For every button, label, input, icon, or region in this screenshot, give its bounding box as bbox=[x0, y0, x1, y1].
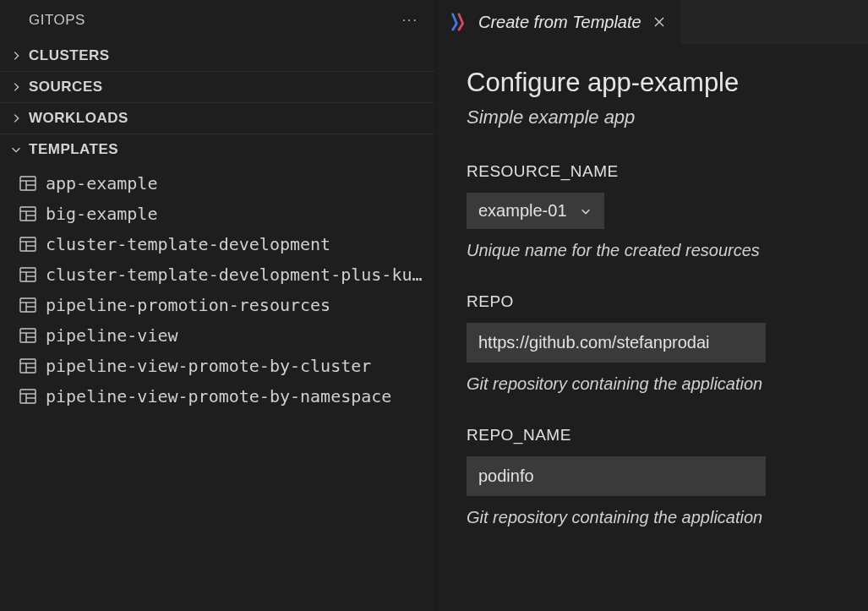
chevron-right-icon bbox=[8, 79, 24, 95]
section-header-workloads[interactable]: WORKLOADS bbox=[0, 103, 435, 134]
template-item-label: pipeline-promotion-resources bbox=[46, 295, 330, 315]
sidebar-title: GITOPS bbox=[29, 12, 85, 29]
field-resource-name: RESOURCE_NAME example-01 Unique name for… bbox=[467, 162, 838, 260]
repo-input[interactable] bbox=[467, 323, 766, 363]
chevron-right-icon bbox=[8, 48, 24, 63]
section-label: WORKLOADS bbox=[29, 110, 128, 127]
field-label: REPO_NAME bbox=[467, 426, 838, 445]
section-sources: SOURCES bbox=[0, 72, 435, 103]
panel: Create from Template Configure app-examp… bbox=[436, 0, 868, 611]
template-icon bbox=[19, 205, 37, 223]
page-title: Configure app-example bbox=[467, 68, 838, 98]
resource-name-select[interactable]: example-01 bbox=[467, 193, 604, 229]
svg-rect-8 bbox=[20, 237, 35, 251]
template-item[interactable]: pipeline-view-promote-by-namespace bbox=[0, 381, 435, 412]
chevron-down-icon bbox=[579, 205, 592, 218]
template-icon bbox=[19, 357, 37, 375]
template-icon bbox=[19, 296, 37, 314]
section-header-clusters[interactable]: CLUSTERS bbox=[0, 41, 435, 71]
template-item-label: big-example bbox=[46, 204, 157, 224]
svg-rect-24 bbox=[20, 359, 35, 373]
template-item[interactable]: cluster-template-development-plus-kub… bbox=[0, 259, 435, 290]
field-repo-name: REPO_NAME Git repository containing the … bbox=[467, 426, 838, 527]
field-help: Unique name for the created resources bbox=[467, 241, 838, 260]
template-item[interactable]: pipeline-promotion-resources bbox=[0, 290, 435, 320]
svg-rect-0 bbox=[20, 177, 35, 190]
section-label: CLUSTERS bbox=[29, 47, 110, 64]
chevron-right-icon bbox=[8, 111, 24, 126]
section-header-templates[interactable]: TEMPLATES bbox=[0, 134, 435, 165]
template-item[interactable]: app-example bbox=[0, 168, 435, 199]
sidebar-header: GITOPS ··· bbox=[0, 0, 435, 41]
field-help: Git repository containing the applicatio… bbox=[467, 374, 838, 394]
template-icon bbox=[19, 235, 37, 254]
template-icon bbox=[19, 265, 37, 284]
tab-bar: Create from Template bbox=[436, 0, 868, 44]
template-item-label: cluster-template-development-plus-kub… bbox=[46, 265, 427, 285]
field-help: Git repository containing the applicatio… bbox=[467, 508, 838, 527]
select-value: example-01 bbox=[478, 201, 567, 221]
section-label: SOURCES bbox=[29, 79, 103, 95]
svg-rect-28 bbox=[20, 390, 35, 403]
weave-logo-icon bbox=[450, 13, 468, 31]
page-subtitle: Simple example app bbox=[467, 106, 838, 128]
template-item-label: pipeline-view-promote-by-namespace bbox=[46, 386, 391, 406]
field-label: RESOURCE_NAME bbox=[467, 162, 838, 181]
template-icon bbox=[19, 387, 37, 406]
template-item[interactable]: big-example bbox=[0, 199, 435, 229]
panel-content: Configure app-example Simple example app… bbox=[436, 44, 868, 583]
template-item-label: pipeline-view-promote-by-cluster bbox=[46, 356, 371, 376]
svg-rect-12 bbox=[20, 268, 35, 281]
field-label: REPO bbox=[467, 292, 838, 311]
templates-list: app-examplebig-examplecluster-template-d… bbox=[0, 165, 435, 420]
section-templates: TEMPLATES app-examplebig-examplecluster-… bbox=[0, 134, 435, 420]
more-icon[interactable]: ··· bbox=[402, 13, 418, 28]
template-icon bbox=[19, 174, 37, 193]
sidebar: GITOPS ··· CLUSTERS SOURCES WORKLOADS bbox=[0, 0, 436, 611]
svg-rect-4 bbox=[20, 207, 35, 221]
tab-title: Create from Template bbox=[478, 13, 641, 32]
template-item-label: pipeline-view bbox=[46, 325, 178, 346]
section-header-sources[interactable]: SOURCES bbox=[0, 72, 435, 102]
chevron-down-icon bbox=[8, 142, 24, 157]
template-item-label: cluster-template-development bbox=[46, 234, 330, 254]
close-icon[interactable] bbox=[652, 14, 667, 30]
template-item-label: app-example bbox=[46, 173, 157, 194]
field-repo: REPO Git repository containing the appli… bbox=[467, 292, 838, 394]
svg-rect-16 bbox=[20, 298, 35, 312]
svg-rect-20 bbox=[20, 329, 35, 342]
template-item[interactable]: pipeline-view bbox=[0, 320, 435, 351]
repo-name-input[interactable] bbox=[467, 456, 766, 496]
template-item[interactable]: cluster-template-development bbox=[0, 229, 435, 259]
tab-create-from-template[interactable]: Create from Template bbox=[436, 0, 680, 44]
section-workloads: WORKLOADS bbox=[0, 103, 435, 134]
section-clusters: CLUSTERS bbox=[0, 41, 435, 72]
template-item[interactable]: pipeline-view-promote-by-cluster bbox=[0, 351, 435, 381]
template-icon bbox=[19, 326, 37, 345]
section-label: TEMPLATES bbox=[29, 141, 118, 158]
